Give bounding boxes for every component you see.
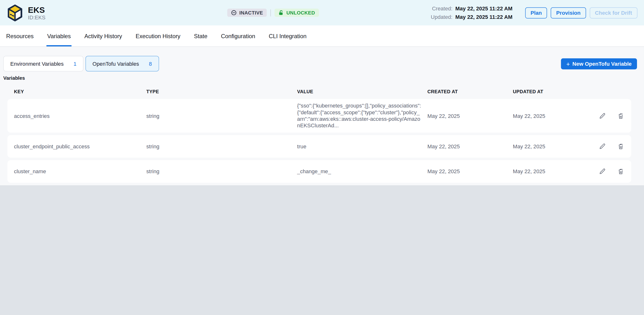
brand: EKS ID:EKS: [6, 4, 46, 21]
tab-cli-integration[interactable]: CLI Integration: [269, 25, 306, 46]
created-value: May 22, 2025 11:22 AM: [456, 5, 512, 11]
row-actions: [594, 112, 625, 120]
minus-circle-icon: [231, 10, 237, 16]
column-header-created-at: CREATED AT: [428, 89, 513, 94]
variable-updated-at: May 22, 2025: [513, 113, 594, 119]
timestamps: Created: May 22, 2025 11:22 AM Updated: …: [431, 5, 512, 20]
tab-variables[interactable]: Variables: [47, 25, 70, 46]
variable-type: string: [146, 143, 297, 150]
page-subtitle-id: ID:EKS: [28, 14, 46, 20]
lock-status-badge: UNLOCKED: [274, 9, 318, 17]
top-bar: EKS ID:EKS INACTIVE: [0, 0, 644, 25]
subtab-opentofu-variables[interactable]: OpenTofu Variables 8: [86, 56, 159, 71]
page: EKS ID:EKS INACTIVE: [0, 0, 644, 185]
unlock-icon: [278, 10, 284, 16]
table-body: access_entries string {"sso":{"kubernete…: [8, 99, 632, 185]
delete-trash-icon[interactable]: [617, 143, 625, 150]
row-actions: [594, 168, 625, 175]
column-header-value: VALUE: [297, 89, 428, 94]
tab-configuration[interactable]: Configuration: [221, 25, 255, 46]
variable-value: {"sso":{"kubernetes_groups":[],"policy_a…: [297, 103, 428, 129]
variable-key: cluster_endpoint_public_access: [14, 143, 146, 150]
updated-value: May 22, 2025 11:22 AM: [456, 14, 512, 20]
subtab-environment-variables[interactable]: Environment Variables 1: [4, 56, 84, 71]
variables-table: KEY TYPE VALUE CREATED AT UPDATED AT acc…: [8, 81, 632, 185]
edit-pencil-icon[interactable]: [598, 168, 606, 175]
variable-updated-at: May 22, 2025: [513, 168, 594, 175]
plus-icon: +: [566, 61, 570, 67]
badge-divider: [270, 9, 271, 16]
tab-execution-history[interactable]: Execution History: [136, 25, 180, 46]
page-title: EKS: [28, 5, 46, 14]
variable-type: string: [146, 168, 297, 175]
check-for-drift-button[interactable]: Check for Drift: [590, 7, 638, 18]
column-header-updated-at: UPDATED AT: [513, 89, 594, 94]
variable-created-at: May 22, 2025: [428, 168, 513, 175]
variable-type: string: [146, 113, 297, 119]
column-header-key: KEY: [14, 89, 146, 94]
variable-value: _change_me_: [297, 168, 428, 175]
updated-label: Updated:: [431, 14, 452, 20]
provision-button[interactable]: Provision: [551, 7, 586, 18]
edit-pencil-icon[interactable]: [598, 143, 606, 150]
tab-resources[interactable]: Resources: [6, 25, 34, 46]
tab-activity-history[interactable]: Activity History: [84, 25, 122, 46]
variable-created-at: May 22, 2025: [428, 143, 513, 150]
opentofu-variables-count: 8: [149, 61, 152, 67]
variable-key: cluster_name: [14, 168, 146, 175]
row-actions: [594, 143, 625, 150]
edit-pencil-icon[interactable]: [598, 112, 606, 120]
tab-bar: Resources Variables Activity History Exe…: [0, 25, 644, 47]
variable-value: true: [297, 143, 428, 150]
top-actions: Plan Provision Check for Drift: [525, 7, 638, 18]
environment-variables-count: 1: [74, 61, 76, 67]
main-content: Environment Variables 1 OpenTofu Variabl…: [0, 47, 644, 185]
plan-button[interactable]: Plan: [525, 7, 547, 18]
created-label: Created:: [431, 5, 452, 11]
tofu-cube-logo-icon: [6, 4, 24, 21]
delete-trash-icon[interactable]: [617, 112, 625, 120]
variable-key: access_entries: [14, 113, 146, 119]
subtab-row: Environment Variables 1 OpenTofu Variabl…: [4, 56, 637, 71]
status-badge: INACTIVE: [228, 9, 267, 17]
table-row: cluster_name string _change_me_ May 22, …: [8, 160, 632, 183]
variable-created-at: May 22, 2025: [428, 113, 513, 119]
status-badges: INACTIVE UNLOCKED: [46, 9, 431, 17]
section-title: Variables: [4, 75, 637, 81]
table-row: cluster_endpoint_public_access string tr…: [8, 135, 632, 158]
variable-updated-at: May 22, 2025: [513, 143, 594, 150]
new-opentofu-variable-button[interactable]: + New OpenTofu Variable: [561, 58, 637, 69]
table-header-row: KEY TYPE VALUE CREATED AT UPDATED AT: [8, 81, 632, 99]
table-row: access_entries string {"sso":{"kubernete…: [8, 99, 632, 133]
tab-state[interactable]: State: [194, 25, 208, 46]
column-header-type: TYPE: [146, 89, 297, 94]
delete-trash-icon[interactable]: [617, 168, 625, 175]
